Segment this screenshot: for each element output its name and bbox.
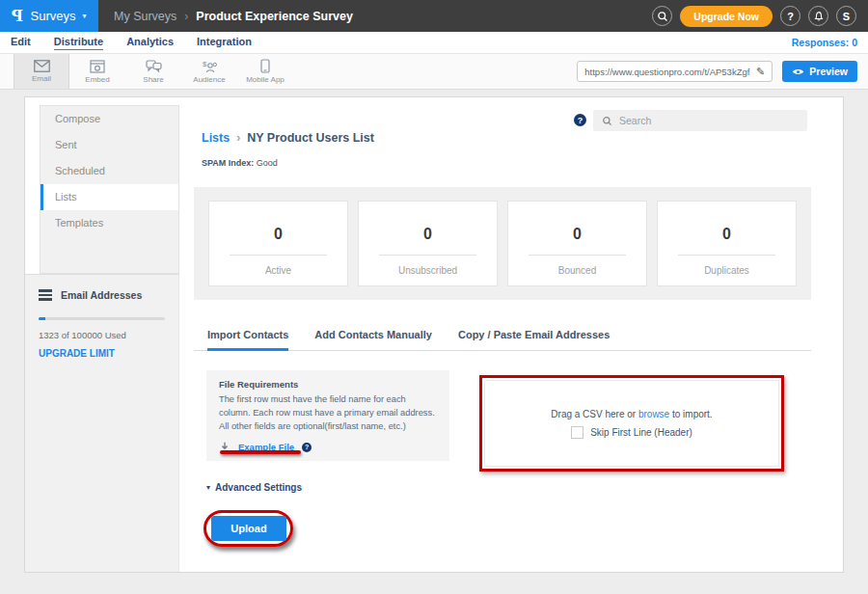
browse-link[interactable]: browse xyxy=(638,409,669,419)
stat-value: 0 xyxy=(658,226,796,243)
stat-label: Active xyxy=(209,265,347,276)
upgrade-limit-link[interactable]: UPGRADE LIMIT xyxy=(39,348,115,359)
magnifier-glyph xyxy=(657,11,668,22)
question-glyph: ? xyxy=(578,116,583,125)
screen: P Surveys ▾ My Surveys › Product Experie… xyxy=(0,0,868,594)
email-addresses-title: Email Addresses xyxy=(61,289,142,301)
file-requirements-body: The first row must have the field name f… xyxy=(219,393,437,434)
mobile-app-icon xyxy=(260,59,270,73)
spam-index-label: SPAM Index: xyxy=(202,158,254,168)
edit-url-pencil-icon[interactable]: ✎ xyxy=(756,66,765,78)
usage-progress-fill xyxy=(39,317,45,320)
help-icon[interactable]: ? xyxy=(780,6,800,26)
responses-count[interactable]: Responses: 0 xyxy=(792,37,868,48)
example-file-help-icon[interactable]: ? xyxy=(302,443,312,452)
email-lists-panel: Compose Sent Scheduled Lists Templates E… xyxy=(24,96,844,573)
list-breadcrumb: Lists › NY Product Users List xyxy=(202,131,374,145)
tab-copy-paste-email-addresses[interactable]: Copy / Paste Email Addresses xyxy=(458,329,610,351)
list-stats: 0 Active 0 Unsubscribed 0 Bounced 0 Dupl… xyxy=(194,187,811,300)
search-icon xyxy=(602,116,612,126)
stat-value: 0 xyxy=(209,226,347,243)
search-box[interactable] xyxy=(593,110,807,131)
search-input[interactable] xyxy=(619,115,799,126)
advanced-settings-toggle[interactable]: ▾ Advanced Settings xyxy=(206,482,302,493)
upload-button[interactable]: Upload xyxy=(211,516,286,541)
channel-email[interactable]: Email xyxy=(14,54,69,89)
chevron-down-icon: ▾ xyxy=(82,12,86,20)
sidebar-item-templates[interactable]: Templates xyxy=(41,210,178,236)
channel-label: Share xyxy=(143,75,163,84)
usage-text: 1323 of 100000 Used xyxy=(39,330,165,340)
search-icon[interactable] xyxy=(652,6,672,26)
help-icon[interactable]: ? xyxy=(574,114,586,126)
usage-progress-bar xyxy=(39,317,165,320)
stat-label: Unsubscribed xyxy=(359,265,497,276)
user-avatar[interactable]: S xyxy=(836,6,856,26)
stat-label: Bounced xyxy=(508,265,646,276)
channel-label: Embed xyxy=(85,75,109,84)
question-glyph: ? xyxy=(305,444,309,450)
stat-card-bounced: 0 Bounced xyxy=(507,201,647,286)
stat-value: 0 xyxy=(508,226,646,243)
list-icon xyxy=(39,289,52,301)
notifications-bell-icon[interactable] xyxy=(808,6,828,26)
stat-label: Duplicates xyxy=(658,265,796,276)
email-addresses-header: Email Addresses xyxy=(39,289,178,301)
channel-embed[interactable]: Embed xyxy=(69,54,125,89)
audience-icon: $ xyxy=(201,60,218,73)
topbar-actions: Upgrade Now ? S xyxy=(652,6,868,27)
nav-tab-edit[interactable]: Edit xyxy=(11,36,31,49)
channel-label: Audience xyxy=(193,75,225,84)
share-icon xyxy=(146,60,162,73)
channel-mobile-app[interactable]: Mobile App xyxy=(237,54,293,89)
breadcrumb-my-surveys[interactable]: My Surveys xyxy=(114,10,176,23)
advanced-settings-label: Advanced Settings xyxy=(215,482,302,493)
survey-url-value: https://www.questionpro.com/t/AP53kZgfo xyxy=(584,67,750,77)
dropzone-text-prefix: Drag a CSV here or xyxy=(551,409,636,419)
eye-icon xyxy=(792,68,804,76)
chevron-right-icon: › xyxy=(184,10,188,23)
breadcrumb-lists-link[interactable]: Lists xyxy=(202,131,230,145)
sidebar-item-compose[interactable]: Compose xyxy=(41,106,178,132)
email-sidebar: Compose Sent Scheduled Lists Templates E… xyxy=(25,97,179,572)
caret-down-icon: ▾ xyxy=(206,483,210,492)
stat-card-unsubscribed: 0 Unsubscribed xyxy=(358,201,498,286)
product-switcher[interactable]: P Surveys ▾ xyxy=(0,0,98,32)
email-addresses-section: Email Addresses 1323 of 100000 Used UPGR… xyxy=(25,274,179,572)
channel-share[interactable]: Share xyxy=(125,54,181,89)
list-detail-content: ? Lists › NY Product Users List SPAM Ind… xyxy=(179,97,843,572)
distribute-toolbar: Email Embed Share $ Audience Mobile App … xyxy=(0,53,868,90)
questionpro-logo-icon: P xyxy=(12,7,23,25)
bell-glyph xyxy=(813,11,825,22)
sidebar-item-sent[interactable]: Sent xyxy=(41,132,178,158)
contacts-tabs: Import Contacts Add Contacts Manually Co… xyxy=(194,329,811,351)
tab-import-contacts[interactable]: Import Contacts xyxy=(207,329,288,351)
chevron-right-icon: › xyxy=(236,131,240,145)
sidebar-item-scheduled[interactable]: Scheduled xyxy=(41,158,178,184)
dropzone-text-suffix: to import. xyxy=(672,409,713,419)
preview-button[interactable]: Preview xyxy=(782,61,857,82)
nav-tab-distribute[interactable]: Distribute xyxy=(54,36,103,50)
sidebar-item-lists[interactable]: Lists xyxy=(41,184,178,210)
product-menu-label: Surveys xyxy=(31,9,76,23)
survey-title: Product Experience Survey xyxy=(196,10,353,23)
nav-tab-integration[interactable]: Integration xyxy=(197,36,252,49)
spam-index-value: Good xyxy=(257,158,278,168)
top-bar: P Surveys ▾ My Surveys › Product Experie… xyxy=(0,0,868,32)
skip-first-line-checkbox[interactable] xyxy=(571,426,583,439)
survey-url-field[interactable]: https://www.questionpro.com/t/AP53kZgfo … xyxy=(577,61,773,82)
nav-tab-analytics[interactable]: Analytics xyxy=(126,36,174,49)
dropzone-text: Drag a CSV here or browse to import. xyxy=(551,409,712,419)
email-icon xyxy=(34,60,50,72)
svg-text:$: $ xyxy=(203,60,207,68)
stat-card-active: 0 Active xyxy=(208,201,348,286)
survey-nav: Edit Distribute Analytics Integration Re… xyxy=(0,32,868,53)
tab-add-contacts-manually[interactable]: Add Contacts Manually xyxy=(314,329,432,351)
channel-audience[interactable]: $ Audience xyxy=(181,54,237,89)
email-menu: Compose Sent Scheduled Lists Templates xyxy=(40,105,179,274)
annotation-underline-example-file xyxy=(220,450,301,454)
csv-dropzone[interactable]: Drag a CSV here or browse to import. Ski… xyxy=(484,380,779,467)
stat-card-duplicates: 0 Duplicates xyxy=(657,201,797,286)
skip-first-line-label: Skip First Line (Header) xyxy=(590,427,692,438)
upgrade-now-button[interactable]: Upgrade Now xyxy=(680,6,773,27)
